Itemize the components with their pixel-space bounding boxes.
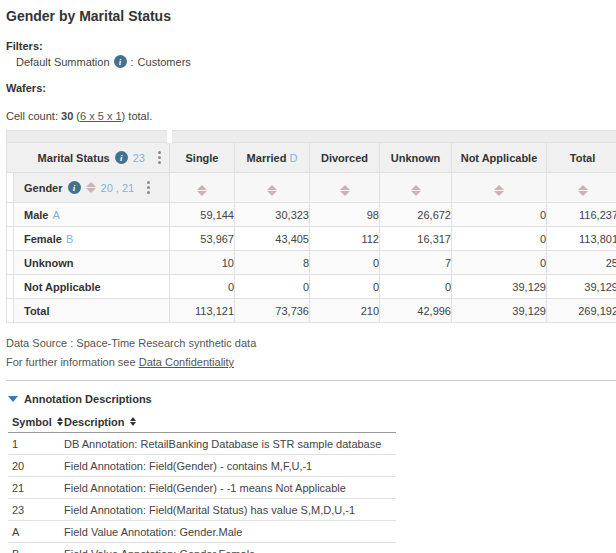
row-field-sort-icon[interactable]	[86, 182, 96, 193]
annotation-descriptions-title: Annotation Descriptions	[24, 393, 152, 405]
field-menu-icon[interactable]	[145, 179, 152, 196]
column-annotation: D	[289, 152, 297, 164]
column-sort-icon[interactable]	[578, 185, 588, 196]
table-row: Not Applicable 000039,12939,129	[7, 275, 616, 299]
symbol-header-label: Symbol	[12, 416, 52, 428]
info-icon[interactable]: i	[115, 151, 128, 164]
value-cell: 8	[235, 251, 310, 275]
row-annotation: A	[52, 209, 59, 221]
value-cell: 0	[452, 251, 547, 275]
filters-label: Filters:	[6, 40, 612, 52]
value-cell: 39,129	[452, 299, 547, 323]
column-sort-icon[interactable]	[411, 185, 421, 196]
row-label: Total	[24, 305, 49, 317]
value-cell: 10	[170, 251, 235, 275]
row-label-cell: Female B	[7, 227, 170, 251]
section-divider	[6, 380, 616, 381]
description-sort-icon[interactable]	[130, 417, 136, 426]
row-annotation: B	[66, 233, 73, 245]
column-field-name: Marital Status	[38, 152, 110, 164]
row-field-name: Gender	[24, 182, 63, 194]
column-header-cell[interactable]: Not Applicable	[452, 143, 547, 173]
more-info-prefix: For further information see	[6, 356, 136, 368]
value-cell: 7	[380, 251, 452, 275]
value-cell: 0	[452, 227, 547, 251]
row-label-cell: Male A	[7, 203, 170, 227]
more-info-line: For further information see Data Confide…	[6, 356, 612, 368]
cell-count-value: 30	[61, 110, 73, 122]
table-row: Unknown 10807025	[7, 251, 616, 275]
column-label: Divorced	[321, 152, 368, 164]
field-menu-icon[interactable]	[156, 149, 163, 166]
value-cell: 26,672	[380, 203, 452, 227]
filter-name: Default Summation	[16, 56, 110, 68]
description-column-header[interactable]: Description	[64, 416, 136, 428]
column-header-cell[interactable]: Total	[547, 143, 616, 173]
column-sort-icon[interactable]	[197, 185, 207, 196]
annotation-description: Field Value Annotation: Gender.Female	[64, 548, 396, 553]
info-icon[interactable]: i	[114, 55, 127, 68]
column-sort-cell	[547, 173, 616, 203]
value-cell: 73,736	[235, 299, 310, 323]
row-header-gutter	[7, 299, 14, 322]
column-header-cell[interactable]: Unknown	[380, 143, 452, 173]
column-sort-cell	[452, 173, 547, 203]
annotation-row: 23 Field Annotation: Field(Marital Statu…	[8, 499, 396, 521]
value-cell: 59,144	[170, 203, 235, 227]
paren-close: )	[122, 110, 126, 122]
cell-count-label: Cell count:	[6, 110, 58, 122]
column-header-cell[interactable]: Married D	[235, 143, 310, 173]
strip-row-header	[7, 131, 170, 143]
annotation-symbol: 21	[8, 482, 64, 494]
cell-count-line: Cell count: 30 (6 x 5 x 1) total.	[6, 110, 612, 122]
value-cell: 0	[310, 275, 380, 299]
annotation-row: A Field Value Annotation: Gender.Male	[8, 521, 396, 543]
annotation-row: 20 Field Annotation: Field(Gender) - con…	[8, 455, 396, 477]
page: Gender by Marital Status Filters: Defaul…	[0, 0, 616, 553]
value-cell: 30,323	[235, 203, 310, 227]
annotation-descriptions-toggle[interactable]: Annotation Descriptions	[8, 393, 612, 405]
value-cell: 0	[380, 275, 452, 299]
info-icon[interactable]: i	[68, 181, 81, 194]
symbol-column-header[interactable]: Symbol	[8, 416, 64, 428]
value-cell: 39,129	[452, 275, 547, 299]
column-sort-icon[interactable]	[494, 185, 504, 196]
row-label-cell: Not Applicable	[7, 275, 170, 299]
value-cell: 25	[547, 251, 616, 275]
annotation-table-header: Symbol Description	[8, 415, 396, 433]
crosstab-table: Marital Status i 23 Single Married D Div…	[6, 130, 616, 323]
row-label: Unknown	[24, 257, 74, 269]
table-top-strip	[7, 131, 616, 143]
column-label: Not Applicable	[461, 152, 538, 164]
column-label: Married	[247, 152, 287, 164]
value-cell: 53,967	[170, 227, 235, 251]
column-header-cell[interactable]: Divorced	[310, 143, 380, 173]
value-cell: 113,801	[547, 227, 616, 251]
symbol-sort-icon[interactable]	[57, 417, 63, 426]
annotation-symbol: A	[8, 526, 64, 538]
value-cell: 112	[310, 227, 380, 251]
column-field-annotations: 23	[133, 152, 145, 164]
data-confidentiality-link[interactable]: Data Confidentiality	[139, 356, 234, 368]
value-cell: 0	[452, 203, 547, 227]
row-field-cell: Gender i 20 , 21	[7, 173, 170, 203]
table-row: Total 113,12173,73621042,99639,129269,19…	[7, 299, 616, 323]
row-field-annotations: 20 , 21	[101, 182, 135, 194]
cell-count-link[interactable]: 6 x 5 x 1	[80, 110, 122, 122]
value-cell: 210	[310, 299, 380, 323]
table-row: Female B 53,96743,40511216,3170113,801	[7, 227, 616, 251]
value-cell: 0	[235, 275, 310, 299]
column-sort-cell	[170, 173, 235, 203]
annotation-symbol: 23	[8, 504, 64, 516]
value-cell: 0	[310, 251, 380, 275]
row-label-cell: Unknown	[7, 251, 170, 275]
column-sort-cell	[310, 173, 380, 203]
wafers-label: Wafers:	[6, 82, 612, 94]
collapse-triangle-icon	[8, 396, 18, 402]
column-sort-icon[interactable]	[267, 185, 277, 196]
column-header-cell[interactable]: Single	[170, 143, 235, 173]
annotation-rows: 1 DB Annotation: RetailBanking Database …	[8, 433, 396, 553]
row-header-gutter	[7, 227, 14, 250]
value-cell: 43,405	[235, 227, 310, 251]
column-sort-icon[interactable]	[340, 185, 350, 196]
